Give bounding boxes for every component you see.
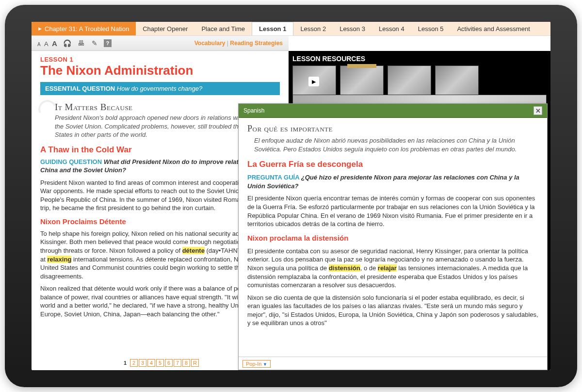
screen: Chapter 31: A Troubled Nation Chapter Op…: [32, 22, 550, 370]
page-R[interactable]: R: [191, 359, 199, 367]
resource-thumbnails: [292, 65, 547, 97]
sp-matters-title: Por qué es importante: [247, 123, 538, 134]
popup-body: Por qué es importante El enfoque audaz d…: [239, 118, 547, 357]
sp-paragraph-2: El presidente contaba con su asesor de s…: [247, 247, 538, 290]
spanish-popup: Spanish ✕ Por qué es importante El enfoq…: [238, 103, 548, 370]
sp-highlight-2[interactable]: relajar: [378, 264, 397, 272]
highlight-detente[interactable]: détente: [182, 247, 205, 254]
sp-paragraph-3: Nixon se dio cuenta de que la distensión…: [247, 294, 538, 327]
image-thumb-2[interactable]: [435, 65, 479, 97]
eq-text: How do governments change?: [117, 85, 202, 92]
help-icon[interactable]: ?: [104, 39, 112, 47]
video-thumb[interactable]: [292, 65, 336, 97]
sp-subheading-1: Nixon proclama la distensión: [247, 233, 538, 243]
page-7[interactable]: 7: [174, 359, 181, 367]
notes-icon[interactable]: ✎: [90, 39, 99, 48]
sp-matters: Por qué es importante El enfoque audaz d…: [247, 123, 538, 153]
essential-question: ESSENTIAL QUESTION How do governments ch…: [40, 82, 280, 95]
eq-label: ESSENTIAL QUESTION: [45, 85, 117, 92]
tab-lesson-3[interactable]: Lesson 3: [333, 22, 372, 35]
print-icon[interactable]: 🖶: [77, 39, 85, 48]
tab-lesson-5[interactable]: Lesson 5: [411, 22, 451, 35]
popup-footer: Pop-In: [239, 357, 547, 370]
resources-pane: LESSON RESOURCES nts of Spanish ✕ Por qu…: [289, 51, 550, 370]
top-navigation: Chapter 31: A Troubled Nation Chapter Op…: [32, 22, 550, 36]
lesson-title: The Nixon Administration: [40, 63, 280, 78]
toolbar: A A A 🎧 🖶 ✎ ? Vocabulary | Reading Strat…: [32, 36, 289, 51]
tab-activities-and-assessment[interactable]: Activities and Assessment: [450, 22, 536, 35]
popin-button[interactable]: Pop-In: [242, 360, 271, 368]
sp-paragraph-1: El presidente Nixon quería encontrar tem…: [247, 194, 538, 228]
audio-icon[interactable]: 🎧: [63, 39, 72, 48]
tab-place-and-time[interactable]: Place and Time: [194, 22, 252, 35]
sp-matters-text: El enfoque audaz de Nixon abrió nuevas p…: [254, 136, 538, 153]
primary-source-thumb[interactable]: [340, 65, 384, 97]
toolbar-links: Vocabulary | Reading Strategies: [194, 40, 283, 47]
lesson-number: LESSON 1: [40, 56, 280, 63]
sp-highlight-1[interactable]: distensión: [329, 264, 360, 272]
page-2[interactable]: 2: [130, 359, 138, 367]
main-content: LESSON 1 The Nixon Administration ESSENT…: [32, 51, 550, 370]
highlight-relaxing[interactable]: relaxing: [47, 256, 71, 263]
tab-lesson-4[interactable]: Lesson 4: [372, 22, 411, 35]
sp-guiding-question: PREGUNTA GUÍA ¿Qué hizo el presidente Ni…: [247, 173, 538, 190]
gq-label: GUIDING QUESTION: [40, 158, 104, 165]
popup-title: Spanish: [243, 107, 264, 114]
page-8[interactable]: 8: [182, 359, 190, 367]
tab-lesson-1[interactable]: Lesson 1: [252, 22, 293, 35]
tab-chapter-opener[interactable]: Chapter Opener: [136, 22, 194, 35]
chapter-label[interactable]: Chapter 31: A Troubled Nation: [32, 22, 136, 35]
tab-lesson-2[interactable]: Lesson 2: [293, 22, 333, 35]
page-1[interactable]: 1: [121, 359, 129, 367]
image-thumb-1[interactable]: [388, 65, 431, 97]
font-size-selector[interactable]: A A A: [37, 39, 58, 48]
sp-heading-1: La Guerra Fría se descongela: [247, 159, 538, 170]
resources-title: LESSON RESOURCES: [292, 55, 547, 63]
page-6[interactable]: 6: [165, 359, 173, 367]
popup-header[interactable]: Spanish ✕: [239, 104, 547, 118]
page-3[interactable]: 3: [139, 359, 146, 367]
close-icon[interactable]: ✕: [534, 106, 542, 115]
page-5[interactable]: 5: [156, 359, 164, 367]
sp-gq-label: PREGUNTA GUÍA: [247, 174, 301, 181]
strategies-link[interactable]: Reading Strategies: [230, 40, 283, 47]
vocabulary-link[interactable]: Vocabulary: [194, 40, 226, 47]
tab-strip: Chapter OpenerPlace and TimeLesson 1Less…: [136, 22, 550, 35]
page-4[interactable]: 4: [147, 359, 155, 367]
tablet-frame: Chapter 31: A Troubled Nation Chapter Op…: [5, 5, 577, 387]
